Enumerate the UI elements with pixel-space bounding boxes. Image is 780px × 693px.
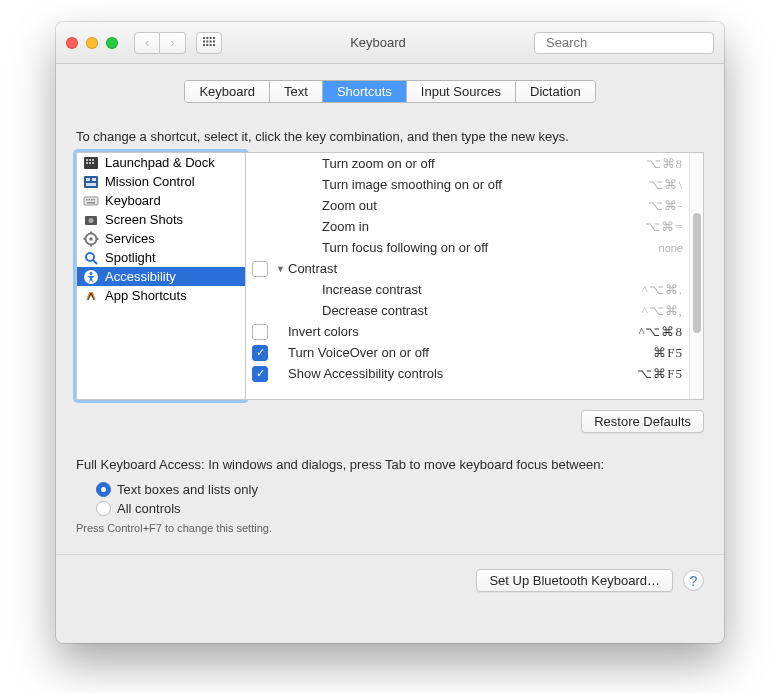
category-mission-control[interactable]: Mission Control [77, 172, 245, 191]
shortcut-checkbox [252, 198, 268, 214]
forward-button[interactable]: › [160, 32, 186, 54]
fka-option[interactable]: All controls [96, 501, 704, 516]
shortcut-checkbox[interactable] [252, 366, 268, 382]
category-accessibility[interactable]: Accessibility [77, 267, 245, 286]
accessibility-icon [83, 269, 99, 285]
category-keyboard[interactable]: Keyboard [77, 191, 245, 210]
show-all-button[interactable] [196, 32, 222, 54]
svg-rect-26 [86, 199, 88, 201]
category-screen-shots[interactable]: Screen Shots [77, 210, 245, 229]
category-services[interactable]: Services [77, 229, 245, 248]
radio-button[interactable] [96, 482, 111, 497]
zoom-icon[interactable] [106, 37, 118, 49]
svg-rect-21 [84, 176, 98, 188]
shortcut-label: Turn image smoothing on or off [288, 177, 648, 192]
shortcut-checkbox[interactable] [252, 324, 268, 340]
category-app-shortcuts[interactable]: App Shortcuts [77, 286, 245, 305]
shortcut-row[interactable]: Turn focus following on or offnone [246, 237, 689, 258]
radio-label: All controls [117, 501, 181, 516]
footer-row: Set Up Bluetooth Keyboard… ? [76, 569, 704, 592]
search-field[interactable] [534, 32, 714, 54]
category-list[interactable]: Launchpad & DockMission ControlKeyboardS… [76, 152, 246, 400]
shortcut-checkbox [252, 282, 268, 298]
restore-defaults-button[interactable]: Restore Defaults [581, 410, 704, 433]
launchpad-icon [83, 155, 99, 171]
content-area: To change a shortcut, select it, click t… [56, 103, 724, 608]
shortcut-checkbox [252, 303, 268, 319]
scroll-thumb[interactable] [693, 213, 701, 333]
svg-rect-19 [89, 162, 91, 164]
appshortcuts-icon [83, 288, 99, 304]
shortcut-checkbox[interactable] [252, 261, 268, 277]
shortcut-key: ⌥⌘8 [646, 156, 684, 172]
tab-keyboard[interactable]: Keyboard [185, 81, 270, 102]
spotlight-icon [83, 250, 99, 266]
tab-dictation[interactable]: Dictation [516, 81, 595, 102]
svg-rect-1 [206, 37, 208, 39]
shortcut-row[interactable]: Zoom out⌥⌘- [246, 195, 689, 216]
svg-rect-25 [84, 197, 98, 205]
preferences-window: ‹ › Keyboard KeyboardTextShortcutsInput … [56, 22, 724, 643]
svg-rect-29 [94, 199, 96, 201]
tab-input-sources[interactable]: Input Sources [407, 81, 516, 102]
svg-rect-18 [86, 162, 88, 164]
category-label: Spotlight [105, 250, 156, 265]
shortcut-checkbox [252, 156, 268, 172]
tab-text[interactable]: Text [270, 81, 323, 102]
fka-option[interactable]: Text boxes and lists only [96, 482, 704, 497]
instruction-text: To change a shortcut, select it, click t… [76, 129, 704, 144]
category-label: Mission Control [105, 174, 195, 189]
shortcut-key: ^⌥⌘, [642, 303, 683, 319]
svg-rect-11 [213, 44, 215, 46]
category-launchpad-dock[interactable]: Launchpad & Dock [77, 153, 245, 172]
shortcut-label: Zoom out [288, 198, 648, 213]
shortcut-row[interactable]: Zoom in⌥⌘= [246, 216, 689, 237]
svg-rect-7 [213, 40, 215, 42]
shortcut-pane: Turn zoom on or off⌥⌘8Turn image smoothi… [246, 152, 704, 400]
shortcut-row[interactable]: Turn zoom on or off⌥⌘8 [246, 153, 689, 174]
window-controls [66, 37, 118, 49]
category-spotlight[interactable]: Spotlight [77, 248, 245, 267]
shortcut-row[interactable]: Turn VoiceOver on or off⌘F5 [246, 342, 689, 363]
search-input[interactable] [546, 35, 714, 50]
full-keyboard-access-label: Full Keyboard Access: In windows and dia… [76, 457, 704, 472]
shortcut-label: Contrast [288, 261, 683, 276]
svg-rect-2 [210, 37, 212, 39]
svg-rect-28 [91, 199, 93, 201]
shortcut-key: ^⌥⌘8 [638, 324, 683, 340]
svg-rect-0 [203, 37, 205, 39]
svg-point-39 [86, 253, 94, 261]
back-button[interactable]: ‹ [134, 32, 160, 54]
shortcut-list[interactable]: Turn zoom on or off⌥⌘8Turn image smoothi… [246, 153, 689, 399]
tab-shortcuts[interactable]: Shortcuts [323, 81, 407, 102]
category-label: App Shortcuts [105, 288, 187, 303]
shortcut-row[interactable]: Show Accessibility controls⌥⌘F5 [246, 363, 689, 384]
shortcut-row[interactable]: Decrease contrast^⌥⌘, [246, 300, 689, 321]
shortcut-row[interactable]: ▼Contrast [246, 258, 689, 279]
nav-buttons: ‹ › [134, 32, 186, 54]
bluetooth-keyboard-button[interactable]: Set Up Bluetooth Keyboard… [476, 569, 673, 592]
svg-rect-6 [210, 40, 212, 42]
svg-point-32 [89, 218, 94, 223]
shortcut-row[interactable]: Turn image smoothing on or off⌥⌘\ [246, 174, 689, 195]
grid-icon [203, 37, 215, 49]
scrollbar[interactable] [689, 153, 703, 399]
shortcut-row[interactable]: Invert colors^⌥⌘8 [246, 321, 689, 342]
svg-rect-5 [206, 40, 208, 42]
svg-rect-3 [213, 37, 215, 39]
shortcut-label: Turn VoiceOver on or off [288, 345, 653, 360]
disclosure-triangle-icon[interactable]: ▼ [276, 264, 286, 274]
shortcut-row[interactable]: Increase contrast^⌥⌘. [246, 279, 689, 300]
svg-rect-27 [89, 199, 91, 201]
help-button[interactable]: ? [683, 570, 704, 591]
svg-rect-22 [86, 178, 90, 181]
full-keyboard-access-radios: Text boxes and lists onlyAll controls [96, 482, 704, 516]
shortcut-checkbox[interactable] [252, 345, 268, 361]
svg-rect-30 [87, 202, 95, 204]
category-label: Accessibility [105, 269, 176, 284]
shortcuts-split: Launchpad & DockMission ControlKeyboardS… [76, 152, 704, 400]
minimize-icon[interactable] [86, 37, 98, 49]
radio-button[interactable] [96, 501, 111, 516]
close-icon[interactable] [66, 37, 78, 49]
svg-rect-24 [86, 183, 96, 186]
